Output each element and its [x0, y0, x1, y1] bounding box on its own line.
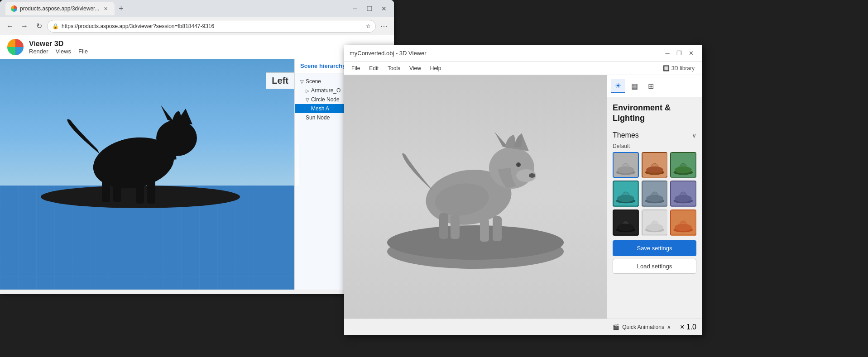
bookmark-icon[interactable]: ☆	[366, 23, 371, 29]
browser-menu-button[interactable]: ⋯	[378, 20, 390, 33]
themes-header: Themes ∨	[613, 131, 696, 139]
svg-point-30	[646, 166, 663, 173]
menu-views[interactable]: Views	[56, 48, 71, 55]
viewer-dog-model	[371, 102, 580, 274]
svg-point-18	[529, 173, 535, 178]
circle-label: Circle Node	[311, 96, 340, 103]
browser-close-button[interactable]: ✕	[378, 2, 390, 15]
tab-favicon	[11, 5, 17, 12]
forward-button[interactable]: →	[18, 20, 31, 33]
viewer-3d-area	[344, 75, 607, 319]
app-menu: Render Views File	[29, 48, 88, 55]
app-title-area: Viewer 3D Render Views File	[29, 40, 88, 55]
scene-arrow: ▽	[300, 79, 304, 84]
load-settings-button[interactable]: Load settings	[613, 259, 696, 274]
quick-animations-chevron-icon[interactable]: ∧	[667, 324, 671, 330]
themes-label: Themes	[613, 131, 639, 139]
theme-swatch-twilight[interactable]	[670, 181, 696, 207]
left-label: Left	[266, 72, 294, 89]
menu-edit[interactable]: Edit	[365, 63, 382, 73]
browser-maximize-button[interactable]: ❐	[363, 2, 376, 15]
scene-label: Scene	[306, 78, 321, 85]
browser-minimize-button[interactable]: ─	[349, 2, 361, 15]
app-logo	[7, 39, 24, 55]
viewer-content: ☀ ▦ ⊞ Environment &Lighting Themes ∨ Def…	[344, 75, 702, 319]
viewer-bottom-bar: 🎬 Quick Animations ∧ × 1.0	[344, 319, 702, 335]
viewer-window: myConverted.obj - 3D Viewer ─ ❐ ✕ File E…	[344, 45, 702, 335]
svg-rect-20	[493, 216, 502, 241]
save-settings-button[interactable]: Save settings	[613, 240, 696, 256]
back-button[interactable]: ←	[4, 20, 16, 33]
browser-dog-silhouette	[27, 77, 254, 213]
tab-grid[interactable]: ▦	[627, 79, 642, 93]
menu-file[interactable]: File	[78, 48, 88, 55]
viewer-right-panel: ☀ ▦ ⊞ Environment &Lighting Themes ∨ Def…	[607, 75, 702, 319]
themes-grid	[613, 152, 696, 236]
viewer-minimize-button[interactable]: ─	[662, 48, 673, 59]
theme-swatch-default[interactable]	[613, 152, 639, 178]
quick-animations-label: Quick Animations	[622, 324, 664, 330]
viewer-close-button[interactable]: ✕	[686, 48, 696, 59]
address-bar[interactable]: 🔒 https://products.aspose.app/3d/viewer?…	[47, 20, 376, 33]
swatch-steel-icon	[643, 181, 667, 206]
viewer-maximize-button[interactable]: ❐	[674, 48, 685, 59]
menu-view[interactable]: View	[406, 63, 425, 73]
swatch-light-icon	[643, 210, 667, 235]
theme-swatch-forest[interactable]	[670, 152, 696, 178]
armature-arrow: ▷	[306, 88, 309, 93]
tab-table[interactable]: ⊞	[643, 79, 658, 93]
tab-env-lighting[interactable]: ☀	[611, 79, 625, 93]
svg-point-33	[675, 166, 692, 173]
browser-tab[interactable]: products.aspose.app/3d/viewer... ✕	[5, 2, 115, 15]
app-title: Viewer 3D	[29, 40, 88, 48]
themes-default-label: Default	[613, 143, 696, 149]
svg-rect-8	[136, 183, 144, 204]
svg-point-48	[646, 224, 663, 231]
tab-title: products.aspose.app/3d/viewer...	[20, 5, 99, 12]
swatch-twilight-icon	[671, 181, 695, 206]
swatch-default-icon	[614, 153, 638, 177]
swatch-teal-icon	[614, 181, 638, 206]
viewer-titlebar: myConverted.obj - 3D Viewer ─ ❐ ✕	[344, 45, 702, 62]
sun-label: Sun Node	[306, 114, 330, 121]
svg-point-36	[617, 195, 634, 202]
menu-render[interactable]: Render	[29, 48, 48, 55]
theme-swatch-dark[interactable]	[613, 209, 639, 236]
theme-swatch-teal[interactable]	[613, 181, 639, 207]
env-lighting-title: Environment &Lighting	[613, 103, 696, 124]
new-tab-button[interactable]: +	[115, 2, 127, 15]
panel-content: Environment &Lighting Themes ∨ Default	[607, 97, 702, 319]
menu-file[interactable]: File	[348, 63, 364, 73]
menu-help[interactable]: Help	[427, 63, 445, 73]
viewer-win-controls: ─ ❐ ✕	[662, 48, 696, 59]
themes-chevron-icon[interactable]: ∨	[692, 132, 696, 139]
theme-swatch-light[interactable]	[642, 209, 668, 236]
svg-rect-23	[451, 215, 460, 239]
tab-close-button[interactable]: ✕	[102, 5, 109, 12]
theme-swatch-steel[interactable]	[642, 181, 668, 207]
armature-label: Armature_O	[311, 87, 340, 94]
swatch-dark-icon	[614, 210, 638, 235]
scale-display: × 1.0	[680, 323, 696, 331]
svg-point-51	[675, 224, 692, 231]
menu-tools[interactable]: Tools	[384, 63, 404, 73]
svg-rect-10	[113, 180, 121, 202]
circle-arrow: ▽	[306, 97, 309, 102]
browser-navbar: ← → ↻ 🔒 https://products.aspose.app/3d/v…	[0, 17, 394, 35]
quick-animations-area: 🎬 Quick Animations ∧	[613, 324, 671, 330]
url-text: https://products.aspose.app/3d/viewer?se…	[62, 23, 214, 29]
svg-point-42	[675, 195, 692, 202]
mesh-label: Mesh A	[311, 105, 329, 112]
theme-swatch-sunset[interactable]	[670, 209, 696, 236]
theme-swatch-warm[interactable]	[642, 152, 668, 178]
svg-point-12	[387, 225, 564, 260]
library-button[interactable]: 🔲 3D library	[659, 63, 698, 73]
lock-icon: 🔒	[52, 23, 59, 29]
svg-rect-21	[480, 219, 489, 242]
viewer-window-title: myConverted.obj - 3D Viewer	[350, 50, 658, 57]
svg-point-39	[646, 195, 663, 202]
refresh-button[interactable]: ↻	[33, 20, 45, 33]
library-label: 3D library	[671, 65, 695, 71]
panel-tabs: ☀ ▦ ⊞	[607, 75, 702, 97]
svg-point-45	[617, 224, 634, 231]
